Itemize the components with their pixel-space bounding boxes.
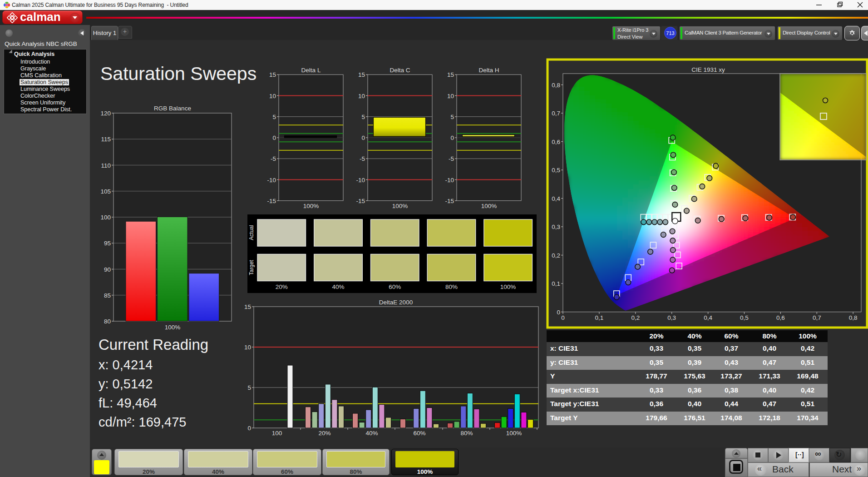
svg-text:115: 115 <box>101 136 111 143</box>
svg-text:110: 110 <box>101 162 111 169</box>
svg-text:CIE 1931 xy: CIE 1931 xy <box>691 66 725 73</box>
svg-text:5: 5 <box>247 384 251 391</box>
svg-text:-10: -10 <box>356 177 365 184</box>
svg-text:0: 0 <box>247 425 251 432</box>
svg-text:120: 120 <box>100 110 111 117</box>
svg-text:0: 0 <box>557 309 560 316</box>
svg-text:100%: 100% <box>392 203 408 209</box>
svg-text:80%: 80% <box>445 283 458 290</box>
svg-text:Delta H: Delta H <box>478 67 499 74</box>
svg-text:20%: 20% <box>276 283 288 290</box>
svg-text:0,4: 0,4 <box>552 195 560 202</box>
svg-text:-5: -5 <box>271 155 276 162</box>
svg-text:15: 15 <box>244 303 251 310</box>
svg-text:0: 0 <box>272 134 276 141</box>
svg-text:0,5: 0,5 <box>740 314 749 321</box>
svg-text:5: 5 <box>361 114 365 120</box>
svg-text:100%: 100% <box>165 324 181 331</box>
svg-text:90: 90 <box>104 266 111 273</box>
svg-text:0,2: 0,2 <box>631 314 640 321</box>
svg-text:-15: -15 <box>445 198 454 204</box>
svg-text:-5: -5 <box>360 155 365 162</box>
svg-text:0,8: 0,8 <box>552 82 560 89</box>
svg-text:DeltaE 2000: DeltaE 2000 <box>379 299 413 306</box>
svg-text:Target: Target <box>248 260 255 275</box>
svg-text:0,7: 0,7 <box>552 110 560 117</box>
svg-text:40%: 40% <box>365 430 378 437</box>
svg-text:0,7: 0,7 <box>813 314 821 321</box>
svg-text:Actual: Actual <box>248 225 255 240</box>
svg-text:100%: 100% <box>506 430 522 437</box>
svg-text:0,1: 0,1 <box>595 314 604 321</box>
svg-text:0,5: 0,5 <box>552 167 560 174</box>
svg-text:100%: 100% <box>481 203 497 209</box>
svg-text:-10: -10 <box>445 177 454 184</box>
svg-text:0,2: 0,2 <box>552 252 560 259</box>
svg-text:100%: 100% <box>500 283 516 290</box>
svg-text:15: 15 <box>358 71 365 78</box>
svg-text:0,4: 0,4 <box>704 314 712 321</box>
svg-text:Delta C: Delta C <box>390 67 410 74</box>
svg-text:15: 15 <box>269 71 276 78</box>
svg-text:Delta L: Delta L <box>301 67 321 74</box>
svg-text:10: 10 <box>269 93 276 99</box>
svg-text:RGB Balance: RGB Balance <box>154 105 191 112</box>
svg-text:80%: 80% <box>460 430 473 437</box>
svg-text:40%: 40% <box>332 283 344 290</box>
svg-text:60%: 60% <box>413 430 425 437</box>
svg-text:100%: 100% <box>303 203 319 209</box>
svg-text:0,1: 0,1 <box>552 280 560 287</box>
svg-text:-10: -10 <box>267 177 276 184</box>
svg-text:80: 80 <box>104 318 111 325</box>
svg-text:10: 10 <box>358 93 365 99</box>
svg-text:10: 10 <box>447 93 454 99</box>
svg-text:0: 0 <box>561 314 565 321</box>
svg-text:105: 105 <box>100 188 111 195</box>
svg-text:0,6: 0,6 <box>552 139 560 145</box>
svg-text:0: 0 <box>361 134 365 141</box>
svg-text:100: 100 <box>100 214 111 221</box>
svg-text:-15: -15 <box>356 198 365 204</box>
svg-text:5: 5 <box>272 114 276 120</box>
svg-text:0,3: 0,3 <box>667 314 676 321</box>
svg-text:-5: -5 <box>449 155 454 162</box>
svg-text:0,6: 0,6 <box>776 314 785 321</box>
svg-text:20%: 20% <box>318 430 330 437</box>
svg-text:-15: -15 <box>267 198 276 204</box>
svg-text:0,3: 0,3 <box>552 224 560 230</box>
svg-text:100: 100 <box>272 430 282 437</box>
svg-text:95: 95 <box>104 240 111 247</box>
svg-text:0,8: 0,8 <box>849 314 858 321</box>
svg-text:85: 85 <box>104 292 111 299</box>
svg-text:15: 15 <box>447 71 454 78</box>
svg-text:10: 10 <box>244 344 251 351</box>
svg-text:5: 5 <box>450 114 454 120</box>
svg-text:60%: 60% <box>389 283 401 290</box>
svg-text:0: 0 <box>450 134 454 141</box>
